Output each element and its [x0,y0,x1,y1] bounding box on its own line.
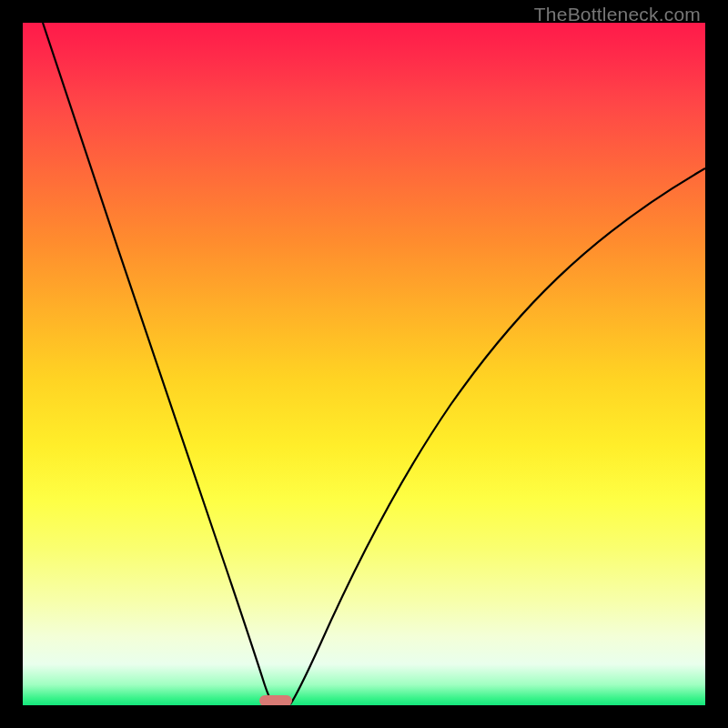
chart-frame: TheBottleneck.com [0,0,728,728]
plot-area [23,23,705,705]
watermark-text: TheBottleneck.com [534,4,701,25]
curve-svg [23,23,705,705]
minimum-marker [259,695,292,705]
